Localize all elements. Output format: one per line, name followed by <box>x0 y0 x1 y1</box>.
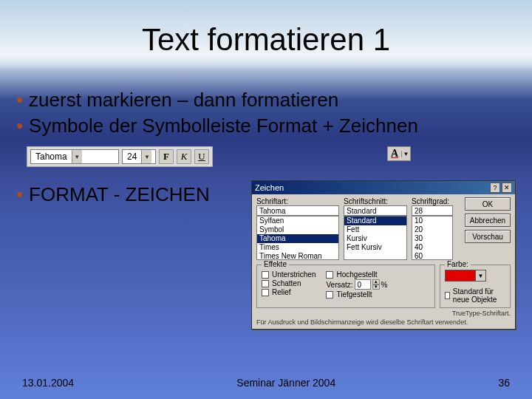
color-group: Farbe: ▼ Standard für neue Objekte <box>440 265 511 308</box>
italic-button[interactable]: K <box>177 149 191 164</box>
font-color-icon: A <box>388 148 401 160</box>
list-item[interactable]: 10 <box>412 216 452 225</box>
underline-checkbox[interactable]: Unterstrichen <box>262 270 316 279</box>
list-item[interactable]: Times New Roman <box>257 252 338 260</box>
font-family-value: Tahoma <box>31 151 72 162</box>
style-label: Schriftschnitt: <box>344 197 407 205</box>
shadow-checkbox[interactable]: Schatten <box>262 279 316 287</box>
style-input[interactable]: Standard <box>344 205 407 216</box>
font-color-button[interactable]: A ▼ <box>387 146 411 161</box>
chevron-down-icon[interactable]: ▼ <box>72 150 82 163</box>
list-item[interactable]: Fett <box>344 225 406 234</box>
list-item[interactable]: Kursiv <box>344 234 406 243</box>
style-listbox[interactable]: Standard Fett Kursiv Fett Kursiv <box>344 216 407 260</box>
close-button[interactable]: ✕ <box>502 183 512 193</box>
size-listbox[interactable]: 10 20 30 40 60 <box>412 216 453 260</box>
font-size-combo[interactable]: 24 ▼ <box>122 149 156 164</box>
character-dialog: Zeichen ? ✕ OK Abbrechen Vorschau Schrif… <box>251 180 516 330</box>
footer-date: 13.01.2004 <box>22 377 74 389</box>
list-item[interactable]: Standard <box>344 216 406 225</box>
underline-button[interactable]: U <box>194 149 209 164</box>
help-button[interactable]: ? <box>490 183 500 193</box>
dialog-hint-2: Für Ausdruck und Bildschirmanzeige wird … <box>256 318 511 326</box>
color-legend: Farbe: <box>445 260 471 268</box>
list-item[interactable]: Fett Kursiv <box>344 243 406 252</box>
footer-center: Seminar Jänner 2004 <box>236 377 335 389</box>
color-swatch <box>446 270 475 281</box>
color-picker[interactable]: ▼ <box>445 270 486 282</box>
list-item[interactable]: 30 <box>412 234 452 243</box>
default-new-checkbox[interactable]: Standard für neue Objekte <box>445 287 505 304</box>
bold-button[interactable]: F <box>159 149 174 164</box>
offset-input[interactable]: 0 <box>355 279 371 290</box>
chevron-down-icon[interactable]: ▼ <box>475 270 485 281</box>
bullet-2: • Symbole der Symbolleiste Format + Zeic… <box>16 115 519 137</box>
font-size-value: 24 <box>123 151 141 162</box>
list-item[interactable]: 20 <box>412 225 452 234</box>
relief-checkbox[interactable]: Relief <box>262 288 316 296</box>
list-item[interactable]: Symbol <box>257 225 338 234</box>
bullet-text: zuerst markieren – dann formatieren <box>29 89 338 112</box>
footer-page: 36 <box>498 377 510 389</box>
list-item[interactable]: Times <box>257 243 338 252</box>
font-family-combo[interactable]: Tahoma ▼ <box>30 149 119 164</box>
font-label: Schriftart: <box>256 197 339 205</box>
dialog-title: Zeichen <box>255 183 284 192</box>
size-label: Schriftgrad: <box>412 197 453 205</box>
size-input[interactable]: 28 <box>412 205 453 216</box>
chevron-down-icon[interactable]: ▼ <box>141 150 151 163</box>
offset-label: Versatz: <box>326 281 352 289</box>
ok-button[interactable]: OK <box>465 197 511 211</box>
bullet-dot-icon: • <box>16 116 23 135</box>
list-item[interactable]: Tahoma <box>257 234 338 243</box>
bullet-1: • zuerst markieren – dann formatieren <box>16 89 519 112</box>
dialog-hint-1: TrueType-Schriftart. <box>256 310 511 317</box>
effects-legend: Effekte <box>262 260 289 268</box>
font-listbox[interactable]: Sylfaen Symbol Tahoma Times Times New Ro… <box>256 216 339 260</box>
slide-footer: 13.01.2004 Seminar Jänner 2004 36 <box>0 377 532 389</box>
list-item[interactable]: 60 <box>412 252 452 260</box>
bullet-dot-icon: • <box>16 185 23 204</box>
preview-button[interactable]: Vorschau <box>465 230 511 243</box>
effects-group: Effekte Unterstrichen Schatten Relief Ho… <box>256 265 435 308</box>
offset-stepper[interactable]: ▲▼ <box>372 279 380 290</box>
format-toolbar: Tahoma ▼ 24 ▼ F K U <box>27 146 213 167</box>
chevron-down-icon[interactable]: ▼ <box>401 151 410 157</box>
bullet-text: FORMAT - ZEICHEN <box>29 183 210 206</box>
cancel-button[interactable]: Abbrechen <box>465 214 511 227</box>
dialog-titlebar: Zeichen ? ✕ <box>252 181 515 194</box>
slide-title: Text formatieren 1 <box>0 22 532 58</box>
list-item[interactable]: Sylfaen <box>257 216 338 225</box>
subscript-checkbox[interactable]: Tiefgestellt <box>326 290 387 299</box>
superscript-checkbox[interactable]: Hochgestellt <box>326 270 387 279</box>
offset-unit: % <box>381 281 388 289</box>
bullet-3: • FORMAT - ZEICHEN <box>16 183 210 206</box>
bullet-dot-icon: • <box>16 90 23 109</box>
bullet-text: Symbole der Symbolleiste Format + Zeichn… <box>29 115 418 137</box>
list-item[interactable]: 40 <box>412 243 452 252</box>
font-input[interactable]: Tahoma <box>256 205 339 216</box>
